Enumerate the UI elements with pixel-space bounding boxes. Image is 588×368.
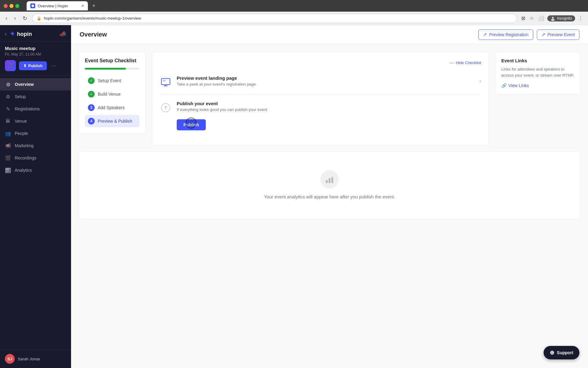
sidebar-footer: SJ Sarah Jonas — [0, 349, 71, 368]
hide-checklist-btn[interactable]: — Hide Checklist — [450, 60, 481, 65]
incognito-icon — [550, 16, 555, 21]
view-links-label: View Links — [508, 83, 529, 88]
preview-registration-label: Preview Registration — [489, 32, 528, 37]
user-name: Sarah Jonas — [18, 357, 40, 361]
close-window-btn[interactable] — [4, 4, 8, 8]
task-panel: — Hide Checklist Preview event landing p… — [152, 52, 489, 145]
registrations-icon: ✎ — [5, 106, 11, 112]
check-icon-setup: ✓ — [88, 77, 95, 84]
sidebar-item-venue[interactable]: 🏛 Venue — [0, 115, 71, 127]
view-links-btn[interactable]: 🔗 View Links — [501, 83, 574, 88]
browser-tab[interactable]: Overview | Hopin ✕ — [27, 1, 88, 10]
task-preview-desc: Take a peek at your event's registration… — [177, 82, 474, 86]
preview-event-label: Preview Event — [548, 32, 575, 37]
reload-btn[interactable]: ↻ — [21, 14, 29, 23]
checklist-item-build-venue[interactable]: ✓ Build Venue — [85, 88, 139, 100]
venue-icon: 🏛 — [5, 118, 11, 124]
event-date: Fri, May 27, 11:00 AM — [5, 52, 66, 56]
event-links-desc: Links for attendees and speakers to acce… — [501, 66, 574, 78]
sidebar-item-analytics[interactable]: 📊 Analytics — [0, 164, 71, 176]
svg-point-1 — [552, 17, 554, 19]
svg-rect-11 — [331, 177, 333, 183]
checklist-label-preview-publish: Preview & Publish — [98, 119, 132, 124]
publish-action-label: Publish — [183, 122, 199, 127]
checklist-label-venue: Build Venue — [98, 92, 121, 97]
lock-icon: 🔒 — [37, 16, 41, 21]
support-icon: ⊕ — [550, 349, 554, 356]
user-avatar: SJ — [5, 354, 15, 364]
minimize-window-btn[interactable] — [9, 4, 13, 8]
new-tab-btn[interactable]: + — [92, 3, 96, 9]
task-item-preview: Preview event landing page Take a peek a… — [160, 69, 481, 95]
analytics-empty-state: Your event analytics will appear here af… — [78, 151, 581, 219]
tab-close-btn[interactable]: ✕ — [81, 4, 84, 8]
address-bar[interactable]: 🔒 hopin.com/organisers/events/music-meet… — [32, 14, 517, 23]
back-btn[interactable]: ‹ — [4, 14, 9, 23]
sidebar-item-overview[interactable]: ⊙ Overview — [0, 78, 71, 90]
checklist-item-add-speakers[interactable]: 3 Add Speakers — [85, 102, 139, 114]
sidebar-label-registrations: Registrations — [15, 106, 40, 111]
checklist-label-speakers: Add Speakers — [98, 105, 125, 110]
address-text: hopin.com/organisers/events/music-meetup… — [44, 16, 512, 21]
checklist-panel-header: Event Setup Checklist — [85, 58, 139, 63]
preview-task-icon — [160, 76, 172, 88]
sidebar-nav: ⊙ Overview ⚙ Setup ✎ Registrations 🏛 Ven… — [0, 76, 71, 349]
forward-btn[interactable]: › — [12, 14, 18, 23]
checklist-item-setup-event[interactable]: ✓ Setup Event — [85, 75, 139, 87]
tab-view-icon[interactable]: ⬜ — [537, 14, 545, 22]
back-to-dashboard-btn[interactable]: ‹ — [5, 31, 6, 37]
sidebar-label-analytics: Analytics — [15, 168, 32, 173]
main-content: Overview ↗ Preview Registration ↗ Previe… — [71, 25, 588, 368]
page-title: Overview — [80, 31, 107, 38]
task-item-publish: Publish your event If everything looks g… — [160, 95, 481, 136]
event-more-btn[interactable]: ··· — [51, 63, 56, 69]
checklist-item-preview-publish[interactable]: 4 Preview & Publish — [85, 115, 139, 127]
cast-icon[interactable]: ⊠ — [520, 14, 526, 22]
checklist-num-speakers: 3 — [88, 104, 95, 111]
checklist-outer: Event Setup Checklist ✓ Setup Event ✓ — [78, 52, 581, 145]
event-links-title: Event Links — [501, 58, 574, 63]
analytics-empty-text: Your event analytics will appear here af… — [264, 194, 395, 201]
sidebar-label-setup: Setup — [15, 94, 26, 99]
window-controls — [4, 4, 19, 8]
maximize-window-btn[interactable] — [15, 4, 19, 8]
sidebar-item-marketing[interactable]: 📢 Marketing — [0, 140, 71, 152]
bookmark-icon[interactable]: ☆ — [528, 14, 535, 22]
sidebar-publish-btn[interactable]: ⬆ Publish — [19, 61, 47, 70]
browser-toolbar: ‹ › ↻ 🔒 hopin.com/organisers/events/musi… — [0, 12, 588, 25]
hide-dash-icon: — — [450, 60, 454, 65]
more-options-icon[interactable]: ⋮ — [577, 14, 584, 22]
recordings-icon: 🎬 — [5, 155, 11, 161]
notification-icon[interactable]: 📣 — [59, 31, 66, 37]
sidebar-label-people: People — [15, 131, 28, 136]
sidebar-label-marketing: Marketing — [15, 143, 33, 148]
sidebar-label-venue: Venue — [15, 119, 27, 124]
sidebar-item-people[interactable]: 👥 People — [0, 127, 71, 140]
checklist-num-publish: 4 — [88, 118, 95, 125]
analytics-icon: 📊 — [5, 167, 11, 173]
sidebar-item-setup[interactable]: ⚙ Setup — [0, 90, 71, 103]
preview-event-btn[interactable]: ↗ Preview Event — [537, 29, 579, 40]
sidebar-item-recordings[interactable]: 🎬 Recordings — [0, 152, 71, 164]
progress-bar-fill — [85, 68, 126, 70]
setup-icon: ⚙ — [5, 94, 11, 100]
link-icon: 🔗 — [501, 83, 507, 88]
checklist-panel: Event Setup Checklist ✓ Setup Event ✓ — [78, 52, 146, 134]
sidebar: ‹ ✦ hopin 📣 Music meetup Fri, May 27, 11… — [0, 25, 71, 368]
sidebar-header: ‹ ✦ hopin 📣 — [0, 25, 71, 41]
publish-action-btn[interactable]: Publish — [177, 119, 206, 130]
preview-registration-btn[interactable]: ↗ Preview Registration — [478, 29, 533, 40]
publish-upload-icon: ⬆ — [23, 63, 27, 68]
svg-point-2 — [551, 19, 555, 21]
sidebar-label-overview: Overview — [15, 82, 34, 87]
overview-icon: ⊙ — [5, 81, 11, 87]
publish-task-icon — [160, 102, 172, 114]
checklist-label-setup: Setup Event — [98, 78, 121, 83]
marketing-icon: 📢 — [5, 143, 11, 149]
hopin-icon: ✦ — [9, 30, 15, 38]
task-chevron-icon[interactable]: › — [479, 78, 481, 84]
checklist-title: Event Setup Checklist — [85, 58, 136, 63]
support-btn[interactable]: ⊕ Support — [544, 346, 579, 359]
sidebar-item-registrations[interactable]: ✎ Registrations — [0, 103, 71, 115]
event-info: Music meetup Fri, May 27, 11:00 AM 🎵 ⬆ P… — [0, 41, 71, 76]
